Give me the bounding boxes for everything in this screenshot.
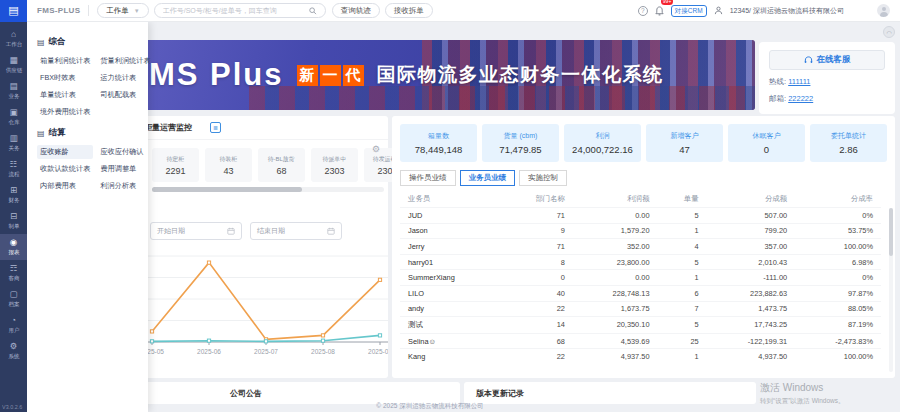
online-service-button[interactable]: 在线客服: [769, 50, 885, 70]
menu-section-items: 应收账龄应收应付确认收款认款统计表费用调整单内部费用表利润分析表: [37, 145, 140, 193]
list-view-icon[interactable]: ≣: [210, 122, 221, 133]
cell-value: 4,539.69: [573, 333, 658, 349]
user-icon: ◔: [11, 316, 16, 325]
sidebar-item-工作台[interactable]: ⌂工作台: [0, 26, 27, 52]
salesperson-name[interactable]: andy: [400, 301, 500, 317]
kpi-value: 24,000,722.16: [572, 144, 633, 155]
sidebar-item-仓库[interactable]: ▣仓库: [0, 104, 27, 130]
kpi-label: 箱量数: [428, 131, 449, 141]
headset-icon: [804, 56, 813, 65]
start-date-picker[interactable]: 开始日期: [150, 222, 242, 240]
menu-item-费用调整单[interactable]: 费用调整单: [97, 162, 146, 176]
home-icon: ⌂: [11, 30, 16, 39]
menu-item-应收账龄[interactable]: 应收账龄: [37, 145, 93, 159]
table-row: Jason91,579.201799.2053.75%: [400, 223, 881, 239]
table-scrollbar-thumb[interactable]: [889, 208, 893, 256]
menu-item-收款认款统计表[interactable]: 收款认款统计表: [37, 162, 93, 176]
app-logo-icon[interactable]: ▤: [0, 0, 27, 22]
menu-item-FBX时效表[interactable]: FBX时效表: [37, 71, 93, 85]
sidebar-item-label: 系统: [8, 352, 19, 360]
menu-item-单量统计表[interactable]: 单量统计表: [37, 88, 93, 102]
app-version: V3.0.2.6: [2, 404, 22, 409]
sidebar-item-供应链[interactable]: ▦供应链: [0, 52, 27, 78]
kpi-value: 2.86: [839, 144, 858, 155]
system-icon: ⚙: [10, 342, 18, 351]
status-chip-待-BL放货: 待-BL放货68: [258, 148, 305, 182]
table-row: SummerXiang00.001-111.000%: [400, 270, 881, 286]
supply-icon: ▦: [9, 56, 17, 65]
track-query-button[interactable]: 查询轨迹: [332, 3, 380, 18]
sidebar-item-财务[interactable]: ⊞财务: [0, 182, 27, 208]
chips-scrollbar-thumb[interactable]: [152, 187, 302, 192]
svg-text:2025-08: 2025-08: [311, 348, 335, 355]
menu-section-label: 综合: [49, 36, 66, 48]
search-input[interactable]: [163, 7, 309, 14]
monitor-tab[interactable]: 柜量运营监控: [144, 122, 192, 133]
salesperson-name[interactable]: 测试: [400, 317, 500, 334]
salesperson-name[interactable]: Kang: [400, 349, 500, 364]
cell-value: 223,882.63: [707, 285, 795, 301]
end-date-picker[interactable]: 结束日期: [250, 222, 342, 240]
sidebar-item-用户[interactable]: ◔用户: [0, 312, 27, 338]
mail-link[interactable]: 222222: [788, 94, 813, 103]
salesperson-name[interactable]: harry01: [400, 254, 500, 270]
receive-split-button[interactable]: 接收拆单: [385, 3, 433, 18]
sidebar-item-关务[interactable]: ▥关务: [0, 130, 27, 156]
menu-item-境外费用统计表[interactable]: 境外费用统计表: [37, 105, 93, 119]
tab-实施控制[interactable]: 实施控制: [519, 170, 567, 186]
tab-业务员业绩[interactable]: 业务员业绩: [460, 170, 516, 186]
sidebar-item-报表[interactable]: ◉报表: [0, 234, 27, 260]
salesperson-name[interactable]: Selina☺: [400, 333, 500, 349]
cell-value: 71: [500, 239, 573, 255]
menu-item-内部费用表[interactable]: 内部费用表: [37, 179, 93, 193]
bell-icon: [655, 6, 664, 16]
salesperson-name[interactable]: LILO: [400, 285, 500, 301]
kpi-card-休眠客户: 休眠客户0: [728, 124, 805, 162]
sidebar-item-业务[interactable]: ▤业务: [0, 78, 27, 104]
search-scope-select[interactable]: 工作单 ▼: [97, 3, 148, 18]
sidebar-item-系统[interactable]: ⚙系统: [0, 338, 27, 364]
column-header: 部门名称: [500, 191, 573, 208]
salesperson-name[interactable]: JUD: [400, 208, 500, 224]
sidebar-item-label: 业务: [8, 92, 19, 100]
hotline-link[interactable]: 111111: [788, 77, 810, 86]
user-avatar[interactable]: [877, 4, 890, 17]
menu-item-应收应付确认[interactable]: 应收应付确认: [97, 145, 146, 159]
tenant-name[interactable]: 12345/ 深圳运驰云物流科技有限公司: [730, 6, 844, 16]
menu-item-箱量利润统计表[interactable]: 箱量利润统计表: [37, 54, 93, 68]
floating-helper-button[interactable]: ◠: [883, 26, 895, 38]
sidebar-item-档案[interactable]: ▢档案: [0, 286, 27, 312]
crm-tag[interactable]: 对接CRM: [671, 5, 707, 17]
table-row: harry01823,800.0052,010.436.98%: [400, 254, 881, 270]
cell-value: 228,748.13: [573, 285, 658, 301]
tab-操作员业绩[interactable]: 操作员业绩: [400, 170, 456, 186]
kpi-label: 利润: [596, 131, 610, 141]
notifications[interactable]: 99+: [655, 2, 664, 20]
cell-value: 2,010.43: [707, 254, 795, 270]
notice-title[interactable]: 公司公告: [230, 388, 262, 399]
changelog-title[interactable]: 版本更新记录: [476, 388, 524, 399]
gear-icon[interactable]: ⚙: [372, 144, 380, 154]
chip-label: 待定柜: [167, 155, 185, 164]
sidebar-item-label: 财务: [8, 196, 19, 204]
switch-user-icon[interactable]: [714, 6, 723, 15]
reports-menu-panel: ▤综合箱量利润统计表货量利润统计表FBX时效表运力统计表单量统计表司机配载表境外…: [27, 22, 148, 412]
menu-item-利润分析表[interactable]: 利润分析表: [97, 179, 146, 193]
salesperson-name[interactable]: SummerXiang: [400, 270, 500, 286]
cell-value: 352.00: [573, 239, 658, 255]
menu-item-司机配载表[interactable]: 司机配载表: [97, 88, 153, 102]
menu-item-货量利润统计表[interactable]: 货量利润统计表: [97, 54, 153, 68]
sidebar-item-label: 用户: [8, 326, 19, 334]
sidebar-item-客商[interactable]: ☶客商: [0, 260, 27, 286]
sidebar-item-流程[interactable]: ☷流程: [0, 156, 27, 182]
sidebar-item-制单[interactable]: ⊟制单: [0, 208, 27, 234]
warehouse-icon: ▣: [9, 108, 17, 117]
highlight-char: 代: [343, 65, 364, 86]
cell-value: 0.00: [573, 208, 658, 224]
help-icon[interactable]: ?: [638, 6, 648, 16]
cell-value: 1: [658, 223, 707, 239]
chip-label: 待-BL放货: [268, 155, 295, 164]
menu-item-运力统计表[interactable]: 运力统计表: [97, 71, 153, 85]
salesperson-name[interactable]: Jason: [400, 223, 500, 239]
salesperson-name[interactable]: Jerry: [400, 239, 500, 255]
